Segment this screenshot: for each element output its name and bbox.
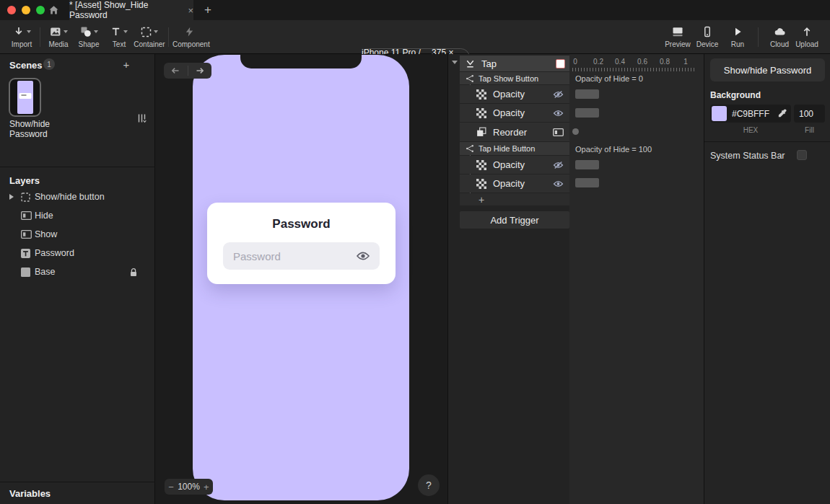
- scene-list-view-button[interactable]: [137, 113, 148, 123]
- timeline-bar[interactable]: [575, 160, 599, 169]
- toolbar-divider: [758, 27, 759, 47]
- media-button[interactable]: Media: [42, 25, 75, 48]
- response-row-opacity[interactable]: Opacity: [460, 174, 569, 193]
- condition-row-tap-show-button[interactable]: Tap Show Button: [460, 72, 569, 84]
- left-sidebar: Scenes 1 + Show/hide Password Layers: [0, 54, 155, 504]
- upload-icon: [801, 26, 813, 37]
- device-button[interactable]: Device: [691, 25, 724, 48]
- eye-off-icon: [553, 161, 564, 169]
- run-icon: [732, 26, 743, 37]
- ruler-tick-label: 0.8: [660, 58, 670, 66]
- text-button[interactable]: Text: [102, 25, 136, 48]
- timeline-instant-dot[interactable]: [572, 128, 579, 135]
- ruler-tick-label: 0.2: [593, 58, 603, 66]
- help-button[interactable]: ?: [418, 474, 440, 496]
- add-response-icon[interactable]: +: [479, 194, 484, 205]
- add-response-row[interactable]: +: [460, 193, 569, 205]
- timeline-panel[interactable]: 0 0.2 0.4 0.6 0.8 1 Opacity of Hide = 0 …: [569, 54, 704, 504]
- condition-row-tap-hide-button[interactable]: Tap Hide Button: [460, 142, 569, 155]
- upload-button[interactable]: Upload: [790, 25, 824, 48]
- upload-label: Upload: [790, 40, 824, 48]
- fill-value: 100: [799, 109, 813, 119]
- shape-button[interactable]: Shape: [72, 25, 105, 48]
- run-button[interactable]: Run: [721, 25, 754, 48]
- home-icon: [48, 4, 60, 16]
- layer-row-base[interactable]: Base: [0, 262, 155, 281]
- scene-title-field[interactable]: Show/hide Password: [710, 58, 825, 81]
- divider: [704, 141, 830, 142]
- zoom-in-button[interactable]: +: [200, 482, 213, 492]
- chevron-down-icon: [154, 30, 158, 33]
- home-button[interactable]: [48, 4, 62, 17]
- opacity-icon: [476, 89, 486, 100]
- forward-button[interactable]: [188, 66, 211, 75]
- system-status-bar-checkbox[interactable]: [797, 150, 807, 160]
- timeline-bar[interactable]: [575, 89, 599, 99]
- minimize-window-button[interactable]: [22, 6, 30, 14]
- add-trigger-button[interactable]: Add Trigger: [460, 211, 569, 229]
- system-status-bar-label: System Status Bar: [710, 151, 785, 161]
- variables-panel-title[interactable]: Variables: [9, 488, 51, 499]
- tab-close-icon[interactable]: ×: [188, 6, 193, 15]
- zoom-out-button[interactable]: −: [165, 482, 178, 492]
- trigger-panel: Tap Tap Show Button: [448, 54, 569, 504]
- lock-icon[interactable]: [129, 268, 138, 277]
- background-color-field[interactable]: #C9BFFF: [710, 105, 791, 123]
- back-button[interactable]: [164, 66, 188, 75]
- condition-formula: Opacity of Hide = 0: [575, 74, 643, 83]
- preview-button[interactable]: Preview: [661, 25, 694, 48]
- new-tab-button[interactable]: +: [198, 0, 218, 20]
- timeline-bar[interactable]: [575, 178, 599, 187]
- trigger-row-tap[interactable]: Tap: [460, 56, 569, 71]
- document-tab[interactable]: * [Asset] Show_Hide Password ×: [69, 0, 193, 20]
- text-label: Text: [102, 40, 136, 48]
- timeline-bar[interactable]: [575, 108, 599, 118]
- response-row-opacity[interactable]: Opacity: [460, 156, 569, 174]
- color-swatch[interactable]: [712, 106, 727, 121]
- rectangle-layer-icon: [21, 268, 30, 277]
- eye-icon: [553, 180, 564, 188]
- response-row-opacity[interactable]: Opacity: [460, 104, 569, 122]
- response-label: Opacity: [493, 159, 553, 170]
- close-window-button[interactable]: [7, 6, 16, 14]
- scene-thumbnail[interactable]: [9, 78, 41, 117]
- disclosure-triangle-icon[interactable]: [9, 194, 14, 200]
- input-layer-icon: [21, 211, 32, 220]
- layer-label: Password: [35, 248, 74, 258]
- layer-row-password[interactable]: Password: [0, 244, 155, 262]
- zoom-window-button[interactable]: [36, 6, 45, 14]
- background-section-label: Background: [710, 90, 761, 100]
- chevron-down-icon: [64, 30, 68, 33]
- password-input-placeholder: Password: [233, 250, 356, 262]
- layer-label: Base: [35, 267, 56, 277]
- layer-row-show-hide-button[interactable]: Show/hide button: [0, 187, 155, 206]
- password-input[interactable]: Password: [223, 242, 380, 270]
- opacity-icon: [476, 179, 486, 189]
- collapse-panel-icon[interactable]: [452, 61, 458, 64]
- tab-title: * [Asset] Show_Hide Password: [69, 0, 181, 20]
- opacity-icon: [476, 108, 486, 118]
- hex-value[interactable]: #C9BFFF: [732, 109, 777, 119]
- response-row-reorder[interactable]: Reorder: [460, 123, 569, 141]
- password-card[interactable]: Password Password: [207, 203, 396, 284]
- timeline-ruler: [572, 68, 695, 71]
- eye-icon[interactable]: [356, 251, 370, 261]
- eye-icon: [553, 109, 564, 118]
- response-row-opacity[interactable]: Opacity: [460, 85, 569, 103]
- eyedropper-icon[interactable]: [777, 109, 787, 118]
- layer-row-hide[interactable]: Hide: [0, 206, 155, 225]
- fill-value-field[interactable]: 100: [794, 105, 825, 123]
- add-scene-button[interactable]: +: [119, 57, 134, 71]
- app-window: * [Asset] Show_Hide Password × + Import: [0, 0, 830, 504]
- tap-target-thumbnail: [556, 59, 565, 68]
- layer-row-show[interactable]: Show: [0, 225, 155, 244]
- phone-screen[interactable]: Password Password: [193, 55, 409, 500]
- text-icon: [110, 26, 121, 37]
- preview-icon: [672, 26, 683, 37]
- layer-label: Hide: [35, 211, 53, 221]
- component-button[interactable]: Component: [172, 25, 206, 48]
- canvas-area[interactable]: Password Password: [155, 54, 448, 504]
- container-button[interactable]: Container: [133, 25, 166, 48]
- zoom-level[interactable]: 100%: [178, 482, 200, 492]
- import-button[interactable]: Import: [5, 25, 38, 48]
